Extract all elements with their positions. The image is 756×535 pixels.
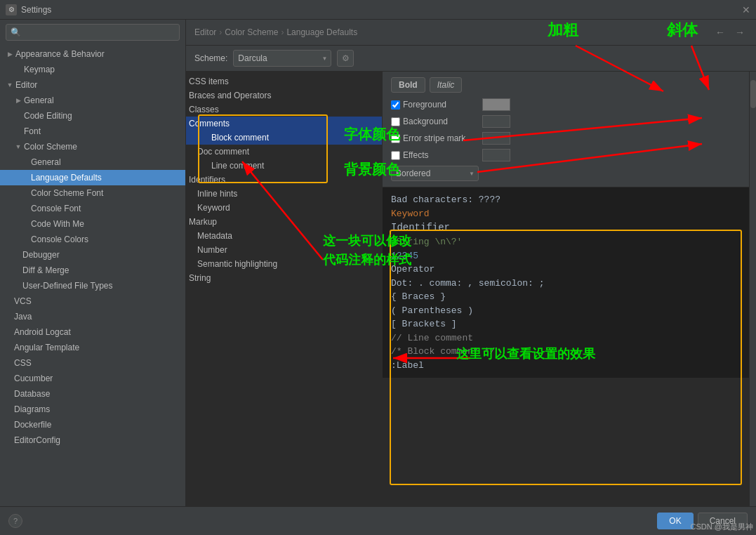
arrow-icon — [14, 65, 22, 74]
sidebar-item-editor[interactable]: Editor — [0, 77, 185, 93]
sidebar-item-user-defined[interactable]: User-Defined File Types — [0, 278, 185, 293]
cs-item-classes[interactable]: Classes — [186, 103, 382, 117]
sidebar-item-editorconfig[interactable]: EditorConfig — [0, 432, 185, 448]
effects-checkbox[interactable] — [391, 151, 400, 160]
footer-left: ? — [8, 514, 22, 528]
sidebar-item-general[interactable]: General — [0, 93, 185, 108]
sidebar-item-code-with-me[interactable]: Code With Me — [0, 216, 185, 232]
close-button[interactable]: ✕ — [742, 4, 750, 15]
cs-item-metadata[interactable]: Metadata — [186, 229, 382, 243]
error-stripe-checkbox[interactable] — [391, 134, 400, 143]
breadcrumb-sep2: › — [281, 27, 284, 37]
dialog-footer: ? OK Cancel — [0, 506, 756, 535]
sidebar-item-color-scheme[interactable]: Color Scheme — [0, 139, 185, 154]
sidebar-item-diagrams[interactable]: Diagrams — [0, 402, 185, 417]
page-container: ⚙ Settings ✕ 🔍 Appearance & Behavior — [0, 0, 756, 535]
effects-color-swatch[interactable] — [482, 149, 510, 161]
nav-forward-button[interactable]: → — [732, 25, 748, 39]
sidebar-item-database[interactable]: Database — [0, 386, 185, 402]
effects-label: Effects — [391, 150, 482, 160]
foreground-color-swatch[interactable] — [482, 98, 510, 111]
sidebar-item-css[interactable]: CSS — [0, 355, 185, 371]
arrow-icon — [6, 81, 14, 89]
foreground-checkbox[interactable] — [391, 100, 400, 110]
bold-italic-row: Bold Italic — [391, 77, 741, 93]
scheme-select-wrapper: Darcula Default High contrast — [233, 50, 331, 67]
settings-dialog: 🔍 Appearance & Behavior Keymap Editor — [0, 20, 756, 535]
color-scheme-tree: CSS items Braces and Operators Classes — [186, 72, 382, 288]
sidebar-item-cucumber[interactable]: Cucumber — [0, 371, 185, 386]
preview-string-line: 'String \n\?' — [391, 235, 741, 249]
cs-item-block-comment[interactable]: Block comment — [186, 131, 382, 145]
sidebar-item-android-logcat[interactable]: Android Logcat — [0, 324, 185, 340]
sidebar-item-code-editing[interactable]: Code Editing — [0, 108, 185, 124]
arrow-icon — [6, 50, 14, 58]
dialog-body: 🔍 Appearance & Behavior Keymap Editor — [0, 20, 756, 506]
scheme-gear-button[interactable]: ⚙ — [337, 50, 354, 67]
cs-item-keyword[interactable]: Keyword — [186, 201, 382, 215]
arrow-icon — [14, 143, 22, 151]
cs-item-string[interactable]: String — [186, 271, 382, 285]
sidebar-item-diff-merge[interactable]: Diff & Merge — [0, 263, 185, 278]
preview-string: 'String \n\?' — [391, 237, 462, 247]
cs-item-identifiers[interactable]: Identifiers — [186, 173, 382, 187]
sidebar-item-font[interactable]: Font — [0, 124, 185, 139]
scrollable-main: CSS items Braces and Operators Classes — [186, 72, 756, 506]
sidebar-item-keymap[interactable]: Keymap — [0, 62, 185, 77]
background-row: Background — [391, 115, 741, 128]
background-color-swatch[interactable] — [482, 115, 510, 128]
cs-item-css[interactable]: CSS items — [186, 74, 382, 88]
scheme-select[interactable]: Darcula Default High contrast — [233, 50, 331, 67]
sidebar-item-angular[interactable]: Angular Template — [0, 340, 185, 355]
preview-keyword: Keyword — [391, 209, 430, 219]
preview-label: :Label — [391, 359, 741, 373]
ok-button[interactable]: OK — [657, 513, 693, 529]
options-panel: Bold Italic Foreground — [383, 72, 749, 187]
sidebar-item-debugger[interactable]: Debugger — [0, 247, 185, 263]
sidebar-item-java[interactable]: Java — [0, 309, 185, 324]
sidebar-item-cs-general[interactable]: General — [0, 154, 185, 170]
bold-button[interactable]: Bold — [391, 77, 425, 93]
cs-item-markup[interactable]: Markup — [186, 215, 382, 229]
nav-back-button[interactable]: ← — [712, 25, 728, 39]
cs-item-braces[interactable]: Braces and Operators — [186, 88, 382, 103]
sidebar-item-console-colors[interactable]: Console Colors — [0, 232, 185, 247]
search-box[interactable]: 🔍 — [6, 24, 180, 41]
breadcrumb: Editor › Color Scheme › Language Default… — [186, 20, 756, 46]
effects-select[interactable]: Bordered Underscored Bold Underscored Un… — [391, 166, 479, 181]
background-checkbox[interactable] — [391, 117, 400, 126]
italic-button[interactable]: Italic — [430, 77, 463, 93]
cs-item-doc-comment[interactable]: Doc comment — [186, 145, 382, 159]
preview-brackets: [ Brackets ] — [391, 317, 741, 331]
watermark: CSDN @我是男神 — [691, 522, 753, 532]
preview-dot: Dot: . comma: , semicolon: ; — [391, 277, 741, 291]
app-icon: ⚙ — [6, 4, 17, 15]
cs-item-number[interactable]: Number — [186, 243, 382, 257]
preview-block-comment: /* Block comment */ — [391, 345, 741, 359]
sidebar-item-language-defaults[interactable]: Language Defaults — [0, 170, 185, 185]
sidebar-item-appearance[interactable]: Appearance & Behavior — [0, 46, 185, 62]
sidebar-item-vcs[interactable]: VCS — [0, 293, 185, 309]
cs-item-semantic[interactable]: Semantic highlighting — [186, 257, 382, 271]
effects-select-wrapper: Bordered Underscored Bold Underscored Un… — [391, 166, 479, 181]
preview-identifier: Identifier — [391, 220, 741, 235]
cs-item-comments[interactable]: Comments — [186, 117, 382, 131]
preview-bad-chars: Bad characters: ???? — [391, 193, 741, 207]
breadcrumb-path: Editor › Color Scheme › Language Default… — [194, 27, 357, 37]
preview-area: Bad characters: ???? Keyword Identifier … — [383, 187, 749, 378]
titlebar-left: ⚙ Settings — [6, 4, 51, 15]
sidebar-item-console-font[interactable]: Console Font — [0, 201, 185, 216]
right-options: Bold Italic Foreground — [383, 72, 749, 506]
help-button[interactable]: ? — [8, 514, 22, 528]
cs-item-line-comment[interactable]: Line comment — [186, 159, 382, 173]
cs-item-inline-hints[interactable]: Inline hints — [186, 187, 382, 201]
error-stripe-row: Error stripe mark — [391, 132, 741, 145]
sidebar-item-dockerfile[interactable]: Dockerfile — [0, 417, 185, 432]
scroll-thumb[interactable] — [750, 80, 756, 108]
error-stripe-swatch[interactable] — [482, 132, 510, 145]
titlebar: ⚙ Settings ✕ — [0, 0, 756, 20]
vertical-scrollbar[interactable] — [749, 72, 756, 506]
sidebar-item-color-scheme-font[interactable]: Color Scheme Font — [0, 185, 185, 201]
breadcrumb-editor: Editor — [194, 27, 216, 37]
arrow-icon — [14, 127, 22, 136]
